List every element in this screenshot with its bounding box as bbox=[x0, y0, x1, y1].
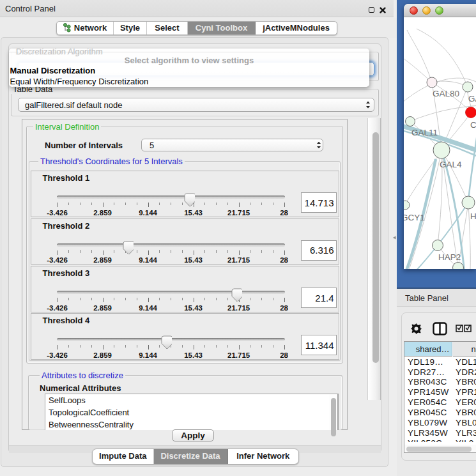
svg-text:CY: CY bbox=[470, 120, 476, 130]
svg-text:GA: GA bbox=[468, 94, 476, 104]
svg-text:GAL11: GAL11 bbox=[411, 128, 438, 137]
svg-text:GAL80: GAL80 bbox=[433, 89, 459, 98]
svg-text:GCY1: GCY1 bbox=[404, 213, 425, 222]
svg-text:GAL4: GAL4 bbox=[440, 160, 462, 169]
svg-text:HA: HA bbox=[470, 211, 476, 221]
svg-text:HAP2: HAP2 bbox=[438, 252, 461, 262]
